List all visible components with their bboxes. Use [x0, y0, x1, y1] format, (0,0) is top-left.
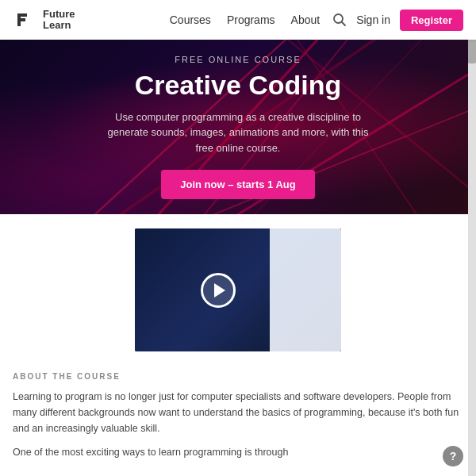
navbar: Future Learn Courses Programs About Sign…: [0, 0, 476, 40]
hero-subtitle: Use computer programming as a creative d…: [103, 109, 373, 156]
help-button[interactable]: ?: [443, 446, 463, 466]
futurelearn-logo-icon: [13, 7, 38, 33]
nav-programs[interactable]: Programs: [227, 13, 275, 26]
about-section: ABOUT THE COURSE Learning to program is …: [13, 361, 463, 476]
hero-title: Creative Coding: [135, 71, 342, 100]
nav-about[interactable]: About: [291, 13, 321, 26]
logo[interactable]: Future Learn: [13, 7, 75, 33]
nav-actions: Sign in Register: [332, 10, 463, 31]
video-thumbnail[interactable]: [135, 228, 341, 351]
main-content: ABOUT THE COURSE Learning to program is …: [0, 214, 476, 476]
svg-line-2: [342, 22, 346, 26]
search-icon: [332, 13, 347, 27]
hero-label: FREE ONLINE COURSE: [175, 55, 301, 64]
hero-content: FREE ONLINE COURSE Creative Coding Use c…: [0, 40, 476, 214]
hero-section: FREE ONLINE COURSE Creative Coding Use c…: [0, 40, 476, 214]
about-paragraph-2: One of the most exciting ways to learn p…: [13, 444, 463, 460]
video-code-panel: [270, 228, 341, 351]
about-section-label: ABOUT THE COURSE: [13, 372, 463, 381]
nav-courses[interactable]: Courses: [170, 13, 211, 26]
signin-link[interactable]: Sign in: [356, 13, 390, 26]
video-section: [13, 214, 463, 361]
hero-cta-button[interactable]: Join now – starts 1 Aug: [161, 170, 314, 199]
play-icon: [214, 283, 225, 298]
logo-text: Future Learn: [43, 9, 75, 32]
video-play-button[interactable]: [201, 273, 236, 308]
search-button[interactable]: [332, 13, 347, 27]
about-paragraph-1: Learning to program is no longer just fo…: [13, 389, 463, 436]
register-button[interactable]: Register: [400, 10, 463, 31]
nav-links: Courses Programs About: [170, 13, 320, 26]
